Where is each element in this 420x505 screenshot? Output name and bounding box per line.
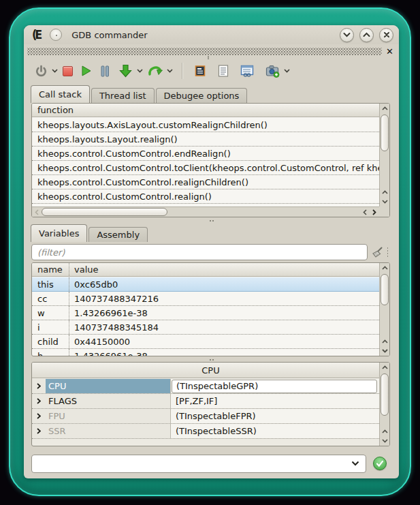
titlebar-buttons [340,28,393,42]
horizontal-scrollbar[interactable] [32,206,379,217]
scroll-down-button[interactable] [380,346,389,356]
chevron-up-icon [382,339,388,343]
cpu-view-button[interactable] [194,65,206,77]
variables-list: this 0xc65db0 cc 140737488347216 w 1.432… [32,277,379,356]
variable-row[interactable]: this 0xc65db0 [32,277,379,292]
dock-grip-bar[interactable]: ✕ [24,44,399,58]
cpu-panel-header: CPU [32,363,389,378]
scroll-left-button[interactable] [360,207,370,217]
step-into-dropdown-button[interactable] [137,69,143,73]
stop-icon [63,66,73,76]
chevron-down-icon [382,200,388,204]
step-over-button[interactable] [148,64,163,78]
filter-input[interactable]: (filter) [31,244,368,260]
panel-grip[interactable] [387,247,389,258]
step-into-button[interactable] [118,64,133,78]
scroll-up-button[interactable] [380,104,389,113]
scroll-up-button[interactable] [380,363,389,372]
variables-column-header[interactable]: name value [32,263,379,277]
variables-panel: name value this 0xc65db0 cc 140737488347… [31,262,390,356]
scroll-down-button[interactable] [380,197,389,206]
power-dropdown-button[interactable] [52,69,58,73]
cpu-register-row[interactable]: CPU (TInspectableGPR) [32,379,379,394]
variable-row[interactable]: i 140737488345184 [32,320,379,335]
dock-grip-texture[interactable] [27,48,382,55]
scroll-up-button-2[interactable] [380,427,389,436]
minimize-button[interactable] [340,28,354,42]
dock-close-icon[interactable]: ✕ [386,47,393,56]
close-icon [383,31,390,38]
window-frame: (E GDB commander ✕ [9,7,411,496]
chevron-down-icon [351,461,359,466]
scroll-down-button[interactable] [380,436,389,446]
confirm-button[interactable] [373,457,387,470]
clear-filter-button[interactable] [368,244,385,260]
expand-chevron-icon[interactable] [32,428,46,434]
vertical-scrollbar[interactable] [379,363,389,446]
stop-button[interactable] [63,66,73,76]
command-row [31,454,390,473]
document-list-icon [218,65,229,77]
power-button[interactable] [35,65,48,78]
check-icon [376,460,384,468]
chevron-down-icon [343,32,351,37]
callstack-column-header[interactable]: function [32,104,379,117]
chevron-left-icon [35,209,39,215]
callstack-row[interactable]: kheops.layouts.AxisLayout.customRealignC… [32,118,379,132]
cpu-inspector-panel: CPU CPU (TInspectableGPR) [31,362,390,446]
chevron-down-icon [137,69,143,73]
tab[interactable]: Debugee options [156,88,248,103]
scroll-up-button[interactable] [380,263,389,273]
scrollbar-thumb[interactable] [381,114,389,151]
debug-toolbar [24,58,399,84]
scrollbar-thumb[interactable] [381,274,389,305]
watch-window-button[interactable] [240,65,254,77]
tab[interactable]: Assembly [88,227,148,242]
expand-chevron-icon[interactable] [32,383,46,389]
watch-window-icon [240,65,254,77]
cpu-register-row[interactable]: FPU (TInspectableFPR) [32,409,379,424]
run-button[interactable] [80,65,92,77]
window-menu-button[interactable] [50,29,62,41]
callstack-row[interactable]: kheops.control.CustomControl.realignChil… [32,175,379,189]
scrollbar-thumb[interactable] [42,208,167,216]
variable-row[interactable]: child 0x44150000 [32,335,379,349]
scroll-up-button-2[interactable] [380,187,389,197]
cpu-register-row[interactable]: FLAGS [PF,ZF,IF] [32,394,379,409]
callstack-tabbar: Call stackThread listDebugee options [31,85,248,103]
scroll-left-button-disabled[interactable] [32,207,42,217]
callstack-row[interactable]: kheops.control.CustomControl.toClient(kh… [32,161,379,175]
scroll-up-button-2[interactable] [380,337,389,346]
splitter-grip[interactable] [209,219,214,223]
snapshot-dropdown-button[interactable] [284,69,290,73]
variable-row[interactable]: h 1.43266961e-38 [32,349,379,356]
pause-button[interactable] [100,65,110,77]
chevron-down-icon [284,69,290,73]
variable-row[interactable]: cc 140737488347216 [32,292,379,306]
step-over-arrow-icon [148,64,163,78]
tab[interactable]: Variables [31,224,87,242]
command-combobox[interactable] [31,455,366,473]
value-column-header[interactable]: value [69,264,99,275]
name-column-header[interactable]: name [32,263,69,276]
scrollbar-thumb[interactable] [381,373,389,416]
tab[interactable]: Call stack [31,85,90,103]
close-button[interactable] [379,28,393,42]
callstack-row[interactable]: kheops.layouts.Layout.realign() [32,132,379,147]
cpu-register-row[interactable]: SSR (TInspectableSSR) [32,424,379,439]
variable-row[interactable]: w 1.43266961e-38 [32,306,379,320]
expand-chevron-icon[interactable] [32,413,46,419]
filter-placeholder: (filter) [37,247,65,258]
callstack-row[interactable]: kheops.control.CustomControl.endRealign(… [32,147,379,161]
snapshot-button[interactable] [265,65,280,78]
step-over-dropdown-button[interactable] [167,69,173,73]
vertical-scrollbar[interactable] [379,104,389,206]
vertical-scrollbar[interactable] [379,263,389,356]
callstack-row[interactable]: kheops.control.CustomControl.realign() [32,189,379,204]
tab[interactable]: Thread list [91,88,155,103]
titlebar[interactable]: (E GDB commander [24,25,399,44]
maximize-button[interactable] [359,28,374,42]
output-list-button[interactable] [218,65,229,77]
expand-chevron-icon[interactable] [32,398,46,404]
scroll-right-button[interactable] [370,207,379,217]
